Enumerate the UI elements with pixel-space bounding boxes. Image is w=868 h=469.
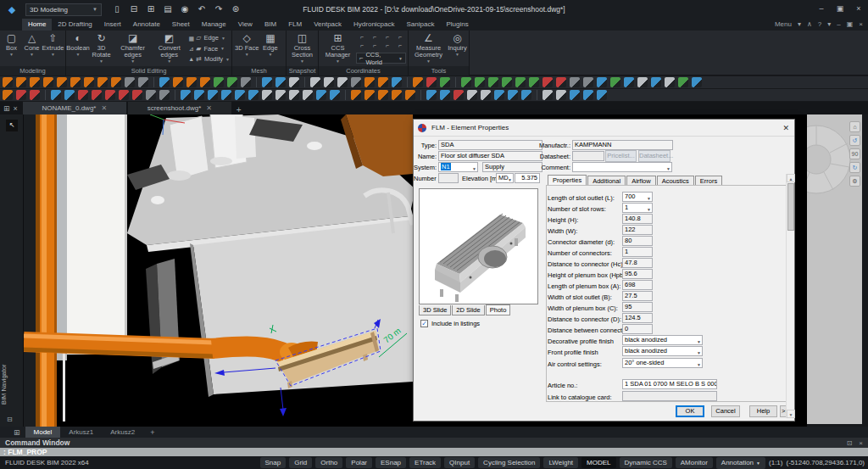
menu-label[interactable]: Menu (775, 20, 792, 30)
status-toggle-ortho[interactable]: Ortho (315, 457, 342, 468)
toolbar-tool-icon[interactable] (351, 77, 361, 87)
status-toggle-qinput[interactable]: QInput (444, 457, 475, 468)
toolbar-tool-icon[interactable] (542, 77, 553, 87)
settings-gear-icon[interactable]: ⚙ (849, 176, 860, 187)
menu-tab-sheet[interactable]: Sheet (166, 19, 196, 31)
property-field[interactable]: 0 (622, 324, 653, 334)
scrollbar-thumb[interactable] (787, 183, 794, 231)
toolbar-tool-icon[interactable] (97, 77, 108, 87)
layout-tab-arkusz2[interactable]: Arkusz2 (102, 427, 143, 438)
coordinate-tool-icon[interactable]: ⌐ (381, 42, 393, 49)
toolbar-tool-icon[interactable] (467, 90, 477, 100)
select-tool-icon[interactable]: ↖ (6, 120, 18, 131)
property-field[interactable]: 140.8 (622, 214, 653, 224)
toolbar-tool-icon[interactable] (70, 77, 81, 87)
ribbon-button-convert-edges[interactable]: ◩Convert edges▼ (152, 31, 186, 65)
restore-icon[interactable]: ▣ (831, 0, 849, 19)
property-field[interactable]: 122 (622, 225, 653, 235)
toolbar-tool-icon[interactable] (84, 77, 94, 87)
property-field[interactable]: 95 (622, 302, 653, 312)
number-field[interactable] (438, 173, 459, 183)
menu-tab-bim[interactable]: BIM (259, 19, 282, 31)
toolbar-tool-icon[interactable] (78, 90, 88, 100)
toolbar-tool-icon[interactable] (610, 77, 620, 87)
dialog-titlebar[interactable]: FLM - Element Properties ✕ (414, 120, 794, 137)
menu-tab-ventpack[interactable]: Ventpack (308, 19, 348, 31)
scroll-up-icon[interactable]: ▲ (787, 174, 795, 182)
coordinate-tool-icon[interactable]: ⌐ (394, 33, 406, 41)
layout-tab-model[interactable]: Model (25, 427, 61, 438)
ribbon-button-edge[interactable]: ▱Edge▼ (196, 33, 230, 42)
property-select[interactable]: 20° one-sided▼ (622, 358, 703, 368)
status-toggle-amonitor[interactable]: AMonitor (676, 457, 713, 468)
toolbar-tool-icon[interactable] (570, 77, 580, 87)
toolbar-tool-icon[interactable] (440, 90, 450, 100)
toolbar-tool-icon[interactable] (64, 90, 75, 100)
toolbar-tool-icon[interactable] (159, 90, 170, 100)
scroll-down-icon[interactable]: ▼ (787, 410, 795, 418)
coordinate-tool-icon[interactable]: ⌐ (369, 33, 381, 41)
toolbar-tool-icon[interactable] (570, 90, 580, 100)
toolbar-tool-icon[interactable] (651, 77, 661, 87)
ribbon-button-boolean[interactable]: ◐Boolean▼ (68, 31, 88, 65)
toolbar-tool-icon[interactable] (475, 77, 485, 87)
close-icon[interactable]: × (859, 20, 863, 30)
toolbar-tool-icon[interactable] (405, 90, 415, 100)
toolbar-tool-icon[interactable] (235, 90, 245, 100)
orbit-ccw-icon[interactable]: ↺ (849, 135, 860, 146)
link-field[interactable] (622, 391, 717, 401)
toolbar-tool-icon[interactable] (3, 77, 13, 87)
toolbar-tool-icon[interactable] (583, 90, 593, 100)
include-in-listings-checkbox[interactable]: ✓ Include in listings (420, 320, 480, 327)
toolbar-tool-icon[interactable] (289, 90, 299, 100)
menu-tab-flm[interactable]: FLM (282, 19, 308, 31)
toolbar-tool-icon[interactable] (556, 77, 566, 87)
toolbar-tool-icon[interactable] (262, 77, 272, 87)
property-field[interactable]: 95.6 (622, 269, 653, 279)
toolbar-tool-icon[interactable] (502, 77, 512, 87)
ribbon-button-3d-rotate[interactable]: ↻3D Rotate▼ (89, 31, 114, 65)
toolbar-tool-icon[interactable] (138, 77, 148, 87)
bim-navigator-tab[interactable]: BIM Navigator (0, 364, 8, 405)
ribbon-button-ccs-manager[interactable]: ⊞CCS Manager▼ (320, 31, 355, 65)
close-icon[interactable]: × (849, 0, 868, 19)
toolbar-tool-icon[interactable] (125, 77, 135, 87)
toolbar-tool-icon[interactable] (200, 77, 210, 87)
status-toggle-dynamic-ccs[interactable]: Dynamic CCS (620, 457, 672, 468)
slide-tab-3d-slide[interactable]: 3D Slide (419, 305, 451, 315)
coordinate-tool-icon[interactable]: ⌐ (356, 42, 368, 49)
pricelist-button[interactable]: Pricelist... (605, 150, 637, 162)
ribbon-button-face[interactable]: ▰Face▼ (196, 44, 230, 53)
mini-tool-icon[interactable]: ▲ (188, 55, 194, 63)
toolbar-tool-icon[interactable] (453, 90, 464, 100)
ribbon-button-chamfer-edges[interactable]: ◪Chamfer edges▼ (114, 31, 151, 65)
command-window-header[interactable]: Command Window ⊡ × (0, 438, 868, 448)
toolbar-tool-icon[interactable] (221, 90, 231, 100)
toolbar-tool-icon[interactable] (105, 90, 115, 100)
comment-select[interactable]: ▼ (572, 162, 672, 172)
close-panel-icon[interactable]: × (859, 439, 863, 447)
help-icon[interactable]: ? (818, 20, 821, 30)
toolbar-tool-icon[interactable] (378, 90, 388, 100)
property-select[interactable]: black anodized▼ (622, 335, 703, 345)
toolbar-tool-icon[interactable] (186, 77, 197, 87)
toolbar-tool-icon[interactable] (92, 90, 102, 100)
collapse-ribbon-icon[interactable]: ∧ (807, 20, 812, 30)
type-field[interactable]: SDA (438, 140, 542, 150)
ok-button[interactable]: OK (676, 405, 704, 417)
dropdown-icon[interactable]: ▾ (798, 20, 801, 30)
datasheet-button[interactable]: Datasheet... (638, 150, 670, 162)
menu-tab-manage[interactable]: Manage (196, 19, 232, 31)
toolbar-tool-icon[interactable] (275, 77, 286, 87)
elevation-field[interactable]: 5.375 (515, 173, 540, 183)
new-document-tab-button[interactable]: + (236, 105, 242, 114)
layout-list-icon[interactable]: ⊞ (14, 428, 20, 437)
toolbar-tool-icon[interactable] (194, 90, 204, 100)
toolbar-tool-icon[interactable] (488, 77, 498, 87)
ribbon-button-inquiry[interactable]: ◎Inquiry▼ (448, 31, 467, 65)
name-field[interactable]: Floor slot diffuser SDA (438, 151, 542, 161)
ribbon-button-modify[interactable]: ⇄Modify▼ (196, 54, 230, 64)
toolbar-tool-icon[interactable] (208, 90, 218, 100)
toolbar-tool-icon[interactable] (173, 77, 183, 87)
status-annotation-dropdown[interactable]: Annotation▼ (716, 457, 765, 469)
